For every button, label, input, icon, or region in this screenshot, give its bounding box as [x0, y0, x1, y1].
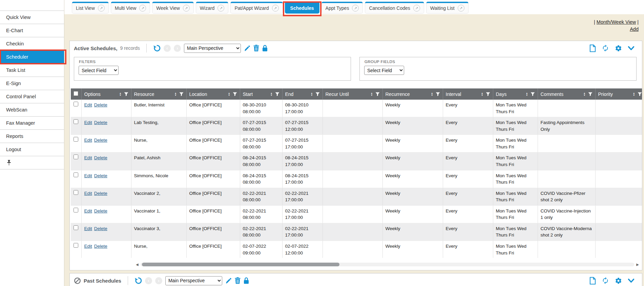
row-checkbox[interactable]: [74, 190, 78, 195]
filter-icon[interactable]: [486, 92, 490, 96]
new-document-icon[interactable]: [589, 44, 596, 52]
filter-icon[interactable]: [275, 92, 279, 96]
tab-appt-types[interactable]: Appt Types↗: [321, 2, 363, 14]
delete-link[interactable]: Delete: [94, 138, 107, 143]
filter-icon[interactable]: [531, 92, 535, 96]
sort-icon[interactable]: ▲▼: [311, 92, 313, 96]
sidebar-item-logout[interactable]: Logout: [0, 143, 64, 156]
sort-icon[interactable]: ▲▼: [481, 92, 483, 96]
column-header-start[interactable]: Start▲▼: [240, 88, 282, 100]
open-in-new-icon[interactable]: ↗: [217, 5, 224, 12]
tab-schedules[interactable]: Schedules: [285, 2, 319, 14]
column-header-options[interactable]: Options▲▼: [81, 88, 131, 100]
edit-link[interactable]: Edit: [84, 191, 92, 196]
tab-multi-view[interactable]: Multi View↗: [111, 2, 150, 14]
delete-link[interactable]: Delete: [94, 155, 107, 160]
column-header-resource[interactable]: Resource▲▼: [131, 88, 186, 100]
sidebar-item-scheduler[interactable]: Scheduler: [0, 50, 64, 64]
filter-icon[interactable]: [124, 92, 128, 96]
sort-icon[interactable]: ▲▼: [526, 92, 528, 96]
filter-icon[interactable]: [375, 92, 380, 96]
perspective-select[interactable]: Main Perspective: [184, 44, 241, 53]
sort-icon[interactable]: ▲▼: [583, 92, 585, 96]
chevron-down-icon[interactable]: [628, 46, 635, 50]
new-document-icon[interactable]: [589, 277, 596, 285]
select-all-checkbox[interactable]: [74, 91, 78, 96]
filter-icon[interactable]: [436, 92, 440, 96]
sort-icon[interactable]: ▲▼: [371, 92, 373, 96]
open-in-new-icon[interactable]: ↗: [272, 5, 279, 12]
next-icon[interactable]: ›: [155, 277, 162, 284]
scroll-right-icon[interactable]: ▶: [636, 263, 639, 266]
delete-link[interactable]: Delete: [94, 120, 107, 125]
pin-icon[interactable]: [7, 160, 11, 166]
next-icon[interactable]: ›: [174, 45, 181, 52]
open-in-new-icon[interactable]: ↗: [139, 5, 146, 12]
column-header-interval[interactable]: Interval▲▼: [443, 88, 493, 100]
past-perspective-select[interactable]: Main Perspective: [165, 276, 222, 285]
tab-pat-appt-wizard[interactable]: Pat/Appt Wizard↗: [230, 2, 283, 14]
row-checkbox[interactable]: [74, 155, 78, 159]
lock-icon[interactable]: [262, 45, 268, 52]
chevron-down-icon[interactable]: [628, 279, 635, 283]
edit-link[interactable]: Edit: [84, 208, 92, 213]
column-header-recurrence[interactable]: Recurrence▲▼: [382, 88, 443, 100]
row-checkbox[interactable]: [74, 208, 78, 212]
delete-link[interactable]: Delete: [94, 173, 107, 178]
row-checkbox[interactable]: [74, 225, 78, 230]
sidebar-pin-row[interactable]: [0, 156, 64, 169]
sort-icon[interactable]: ▲▼: [270, 92, 272, 96]
prev-icon[interactable]: ‹: [145, 277, 152, 284]
lock-icon[interactable]: [244, 277, 249, 284]
column-header-location[interactable]: Location▲▼: [186, 88, 240, 100]
filter-icon[interactable]: [638, 92, 642, 96]
open-in-new-icon[interactable]: ↗: [98, 5, 105, 12]
edit-link[interactable]: Edit: [84, 226, 92, 231]
open-in-new-icon[interactable]: ↗: [413, 5, 420, 12]
tab-waiting-list[interactable]: Waiting List↗: [426, 2, 469, 14]
tab-cancellation-codes[interactable]: Cancellation Codes↗: [365, 2, 424, 14]
delete-link[interactable]: Delete: [94, 244, 107, 249]
column-header-comments[interactable]: Comments▲▼: [538, 88, 595, 100]
delete-trash-icon[interactable]: [235, 277, 241, 284]
open-in-new-icon[interactable]: ↗: [183, 5, 190, 12]
gear-icon[interactable]: [615, 277, 622, 284]
edit-link[interactable]: Edit: [84, 173, 92, 178]
column-header-days[interactable]: Days▲▼: [493, 88, 538, 100]
tab-list-view[interactable]: List View↗: [72, 2, 109, 14]
tab-wizard[interactable]: Wizard↗: [196, 2, 229, 14]
delete-trash-icon[interactable]: [253, 45, 259, 52]
edit-link[interactable]: Edit: [84, 138, 92, 143]
undo-icon[interactable]: [134, 277, 142, 284]
open-in-new-icon[interactable]: ↗: [352, 5, 359, 12]
edit-link[interactable]: Edit: [84, 120, 92, 125]
tab-week-view[interactable]: Week View↗: [152, 2, 194, 14]
column-header-recur-until[interactable]: Recur Until▲▼: [323, 88, 382, 100]
row-checkbox[interactable]: [74, 119, 78, 124]
refresh-icon[interactable]: [602, 44, 609, 52]
gear-icon[interactable]: [615, 45, 622, 52]
add-link[interactable]: Add: [630, 26, 639, 32]
sort-icon[interactable]: ▲▼: [633, 92, 635, 96]
sort-icon[interactable]: ▲▼: [119, 92, 121, 96]
column-header-priority[interactable]: Priority▲▼: [595, 88, 642, 100]
sort-icon[interactable]: ▲▼: [431, 92, 433, 96]
sidebar-item-e-chart[interactable]: E-Chart: [0, 24, 64, 37]
column-header-end[interactable]: End▲▼: [282, 88, 323, 100]
scroll-left-icon[interactable]: ◀: [136, 263, 139, 266]
sidebar-item-control-panel[interactable]: Control Panel: [0, 90, 64, 103]
delete-link[interactable]: Delete: [94, 102, 107, 107]
edit-link[interactable]: Edit: [84, 244, 92, 249]
sidebar-item-checkin[interactable]: Checkin: [0, 37, 64, 50]
open-in-new-icon[interactable]: ↗: [458, 5, 464, 12]
row-checkbox[interactable]: [74, 172, 78, 177]
undo-icon[interactable]: [153, 44, 161, 52]
row-checkbox[interactable]: [74, 102, 78, 106]
sort-icon[interactable]: ▲▼: [228, 92, 230, 96]
scrollbar-track[interactable]: [141, 263, 635, 266]
edit-link[interactable]: Edit: [84, 102, 92, 107]
filter-icon[interactable]: [233, 92, 237, 96]
delete-link[interactable]: Delete: [94, 208, 107, 213]
prev-icon[interactable]: ‹: [164, 45, 171, 52]
sidebar-item-reports[interactable]: Reports: [0, 130, 64, 143]
